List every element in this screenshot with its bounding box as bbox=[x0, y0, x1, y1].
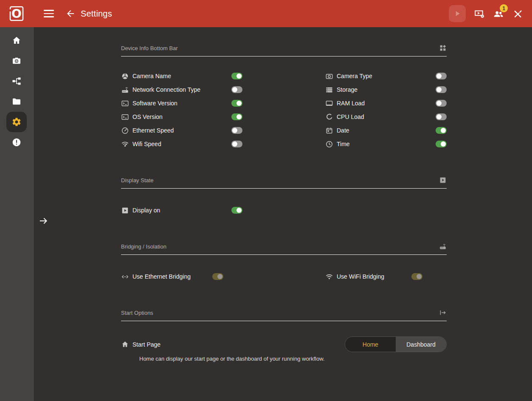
cpu-load-toggle[interactable] bbox=[436, 113, 447, 120]
storage-icon bbox=[325, 86, 333, 94]
start-page-option-home[interactable]: Home bbox=[345, 337, 396, 352]
calendar-icon bbox=[325, 127, 333, 135]
slideshow-icon bbox=[439, 176, 447, 184]
wifi-speed-toggle[interactable] bbox=[231, 141, 242, 147]
row-time: Time bbox=[325, 137, 447, 151]
ethernet-speed-toggle[interactable] bbox=[231, 127, 242, 134]
toggle-label: Camera Name bbox=[132, 73, 171, 79]
row-wifi-speed: Wifi Speed bbox=[121, 137, 242, 151]
toggle-label: Use WiFi Bridging bbox=[337, 273, 384, 280]
display-on-toggle[interactable] bbox=[231, 207, 242, 214]
row-software-version: Software Version bbox=[121, 96, 242, 110]
sidebar-item-workflows[interactable] bbox=[6, 71, 27, 91]
toggle-label: Storage bbox=[337, 86, 357, 93]
sidebar-item-camera[interactable] bbox=[6, 51, 27, 71]
ram-load-toggle[interactable] bbox=[436, 100, 447, 107]
logo-o-icon: O bbox=[7, 4, 26, 23]
row-display-on: Display on bbox=[121, 203, 242, 217]
monitor-icon bbox=[325, 99, 333, 107]
storage-toggle[interactable] bbox=[436, 86, 447, 93]
toggle-label: Camera Type bbox=[337, 73, 372, 79]
video-settings-icon bbox=[474, 8, 485, 19]
section-title: Start Options bbox=[121, 310, 153, 316]
row-ram-load: RAM Load bbox=[325, 96, 447, 110]
play-icon bbox=[453, 9, 462, 18]
row-ethernet-speed: Ethernet Speed bbox=[121, 124, 242, 137]
expand-panel-button[interactable] bbox=[38, 216, 48, 226]
row-start-page: Start Page Home Dashboard bbox=[121, 336, 447, 352]
back-arrow-icon[interactable] bbox=[65, 8, 76, 19]
row-camera-type: Camera Type bbox=[325, 69, 447, 83]
bridging-toggle-grid: Use Ethernet Bridging Use WiFi Bridging bbox=[121, 270, 447, 283]
camera-name-toggle[interactable] bbox=[231, 73, 242, 79]
network-connection-type-toggle[interactable] bbox=[231, 86, 242, 93]
row-wifi-bridging: Use WiFi Bridging bbox=[325, 270, 447, 283]
play-button[interactable] bbox=[449, 5, 466, 22]
section-title: Device Info Bottom Bar bbox=[121, 45, 178, 52]
widgets-icon bbox=[439, 44, 447, 52]
camera-icon bbox=[11, 56, 22, 66]
row-storage: Storage bbox=[325, 83, 447, 96]
close-icon bbox=[512, 8, 523, 19]
loop-icon bbox=[325, 113, 333, 121]
camera-type-toggle[interactable] bbox=[436, 73, 447, 79]
home-icon bbox=[121, 340, 129, 348]
notification-badge: 1 bbox=[500, 4, 508, 12]
aperture-icon bbox=[121, 72, 129, 80]
arrow-right-icon bbox=[38, 216, 48, 226]
toggle-label: Wifi Speed bbox=[132, 141, 161, 147]
menu-icon[interactable] bbox=[44, 10, 54, 17]
software-version-toggle[interactable] bbox=[231, 100, 242, 107]
sidebar-item-home[interactable] bbox=[6, 30, 27, 51]
row-date: Date bbox=[325, 124, 447, 137]
settings-content: Device Info Bottom Bar bbox=[34, 27, 532, 401]
error-icon bbox=[11, 137, 22, 147]
row-cpu-load: CPU Load bbox=[325, 110, 447, 124]
top-bar: O Settings bbox=[0, 0, 532, 27]
folder-icon bbox=[11, 96, 22, 107]
toggle-label: Ethernet Speed bbox=[132, 127, 174, 134]
toggle-label: CPU Load bbox=[337, 113, 364, 120]
os-version-toggle[interactable] bbox=[231, 113, 242, 120]
section-bridging-header: Bridging / Isolation bbox=[121, 243, 447, 255]
wifi-icon bbox=[325, 273, 333, 281]
time-toggle[interactable] bbox=[436, 141, 447, 147]
ethernet-bridging-toggle[interactable] bbox=[212, 273, 223, 280]
section-device-info-header: Device Info Bottom Bar bbox=[121, 44, 447, 56]
sidebar-item-settings[interactable] bbox=[6, 112, 27, 132]
svg-text:O: O bbox=[11, 7, 22, 21]
date-toggle[interactable] bbox=[436, 127, 447, 134]
row-ethernet-bridging: Use Ethernet Bridging bbox=[121, 270, 242, 283]
speedometer-icon bbox=[121, 127, 129, 135]
row-camera-name: Camera Name bbox=[121, 69, 242, 83]
start-page-option-dashboard[interactable]: Dashboard bbox=[396, 337, 446, 352]
start-page-segmented-control: Home Dashboard bbox=[345, 336, 447, 352]
sidebar-item-files[interactable] bbox=[6, 91, 27, 112]
router-icon bbox=[439, 243, 447, 250]
close-button[interactable] bbox=[512, 8, 523, 19]
terminal-icon bbox=[121, 99, 129, 107]
app-logo[interactable]: O bbox=[0, 0, 33, 27]
sidebar-item-alerts[interactable] bbox=[6, 132, 27, 152]
clock-icon bbox=[325, 140, 333, 148]
photo-camera-icon bbox=[325, 72, 333, 80]
toggle-label: Time bbox=[337, 141, 350, 147]
start-arrow-icon bbox=[439, 309, 447, 316]
wifi-check-icon bbox=[121, 140, 129, 148]
start-page-label: Start Page bbox=[132, 341, 160, 348]
page-title: Settings bbox=[81, 9, 112, 19]
section-title: Bridging / Isolation bbox=[121, 243, 166, 250]
toggle-label: OS Version bbox=[132, 113, 163, 120]
wifi-bridging-toggle[interactable] bbox=[411, 273, 422, 280]
start-page-description: Home can display our start page or the d… bbox=[121, 356, 447, 362]
device-info-toggle-grid: Camera Name Camera Type Network Con bbox=[121, 69, 447, 151]
toggle-label: Software Version bbox=[132, 100, 177, 107]
section-start-options-header: Start Options bbox=[121, 309, 447, 321]
row-os-version: OS Version bbox=[121, 110, 242, 124]
users-button[interactable]: 1 bbox=[493, 8, 504, 19]
workflow-tree-icon bbox=[11, 76, 22, 86]
row-network-connection-type: Network Connection Type bbox=[121, 83, 242, 96]
toggle-label: RAM Load bbox=[337, 100, 365, 107]
slideshow-icon bbox=[121, 206, 129, 215]
video-settings-button[interactable] bbox=[474, 8, 485, 19]
